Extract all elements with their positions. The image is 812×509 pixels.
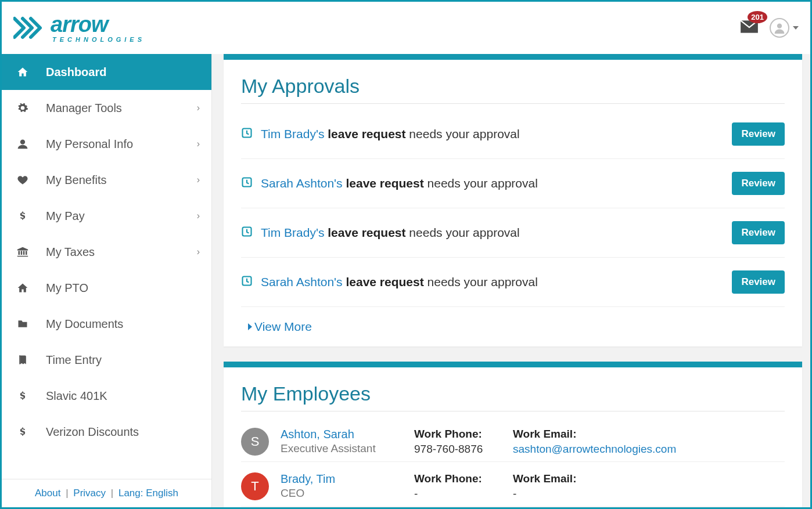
approval-person-link[interactable]: Sarah Ashton's — [261, 176, 343, 190]
sidebar-nav: DashboardManager Tools›My Personal Info›… — [2, 54, 211, 479]
sidebar-item-my-pay[interactable]: My Pay› — [2, 198, 211, 234]
sidebar-item-label: My Benefits — [46, 174, 181, 187]
user-icon — [17, 138, 30, 150]
app-header: arrow TECHNOLOGIES 201 — [2, 2, 810, 54]
sidebar-item-slavic-401k[interactable]: Slavic 401K — [2, 378, 211, 414]
home-icon — [17, 282, 30, 294]
sidebar-item-my-taxes[interactable]: My Taxes› — [2, 234, 211, 270]
approval-person-link[interactable]: Tim Brady's — [261, 226, 324, 239]
sidebar-item-manager-tools[interactable]: Manager Tools› — [2, 90, 211, 126]
sidebar-item-label: Time Entry — [46, 353, 200, 367]
arrow-logo-icon — [13, 15, 45, 41]
work-email-value: - — [513, 488, 785, 500]
approval-row: Sarah Ashton's leave request needs your … — [241, 258, 785, 307]
clock-icon — [241, 127, 253, 141]
view-more-label: View More — [254, 320, 312, 334]
svg-point-1 — [20, 140, 25, 145]
sidebar-item-label: My Pay — [46, 210, 181, 223]
work-email-label: Work Email: — [513, 428, 785, 441]
approval-person-link[interactable]: Tim Brady's — [261, 127, 324, 140]
chevron-right-icon: › — [197, 139, 200, 149]
book-icon — [17, 354, 30, 366]
sidebar-item-dashboard[interactable]: Dashboard — [2, 54, 211, 90]
chevron-right-icon: › — [197, 247, 200, 257]
work-phone-label: Work Phone: — [414, 428, 501, 441]
dollar-icon — [17, 426, 30, 438]
clock-icon — [241, 176, 253, 190]
approval-text: Tim Brady's leave request needs your app… — [261, 226, 724, 240]
chevron-right-icon: › — [197, 175, 200, 185]
gear-icon — [17, 102, 30, 114]
approval-person-link[interactable]: Sarah Ashton's — [261, 275, 343, 288]
heart-icon — [17, 174, 30, 186]
chevron-right-icon: › — [197, 103, 200, 113]
clock-icon — [241, 275, 253, 289]
review-button[interactable]: Review — [732, 172, 785, 195]
approvals-title: My Approvals — [241, 75, 785, 98]
main-content: My Approvals Tim Brady's leave request n… — [212, 54, 810, 507]
sidebar: DashboardManager Tools›My Personal Info›… — [2, 54, 212, 507]
sidebar-item-label: Manager Tools — [46, 102, 181, 115]
approval-row: Tim Brady's leave request needs your app… — [241, 110, 785, 159]
approval-row: Sarah Ashton's leave request needs your … — [241, 159, 785, 208]
employee-avatar: T — [241, 472, 269, 500]
employee-row: SAshton, SarahExecutive AssistantWork Ph… — [241, 417, 785, 462]
approval-text: Sarah Ashton's leave request needs your … — [261, 176, 724, 190]
work-phone-value: 978-760-8876 — [414, 443, 501, 456]
employee-name-link[interactable]: Brady, Tim — [281, 472, 403, 486]
work-email-value[interactable]: sashton@arrowtechnologies.com — [513, 443, 785, 456]
sidebar-item-verizon-discounts[interactable]: Verizon Discounts — [2, 414, 211, 450]
bank-icon — [17, 246, 30, 258]
sidebar-item-label: My PTO — [46, 281, 200, 295]
home-icon — [17, 66, 30, 78]
employee-row: TBrady, TimCEOWork Phone:-Work Email:- — [241, 462, 785, 507]
folder-icon — [17, 318, 30, 330]
caret-right-icon — [248, 323, 252, 330]
sidebar-item-time-entry[interactable]: Time Entry — [2, 342, 211, 378]
sidebar-item-my-personal-info[interactable]: My Personal Info› — [2, 126, 211, 162]
brand-text: arrow TECHNOLOGIES — [51, 13, 145, 43]
sidebar-item-label: Verizon Discounts — [46, 425, 200, 439]
sidebar-item-label: Dashboard — [46, 66, 200, 79]
employees-title: My Employees — [241, 382, 785, 405]
approval-text: Sarah Ashton's leave request needs your … — [261, 275, 724, 289]
avatar-icon — [770, 18, 789, 38]
approval-text: Tim Brady's leave request needs your app… — [261, 127, 724, 141]
sidebar-item-my-pto[interactable]: My PTO — [2, 270, 211, 306]
employee-name-link[interactable]: Ashton, Sarah — [281, 428, 403, 441]
approvals-card: My Approvals Tim Brady's leave request n… — [224, 54, 802, 346]
review-button[interactable]: Review — [732, 221, 785, 244]
divider — [241, 103, 785, 104]
work-email-label: Work Email: — [513, 472, 785, 485]
svg-rect-2 — [19, 356, 20, 364]
dollar-icon — [17, 210, 30, 222]
sidebar-item-label: Slavic 401K — [46, 389, 200, 403]
view-more-link[interactable]: View More — [241, 320, 312, 334]
sidebar-item-label: My Personal Info — [46, 138, 181, 151]
sidebar-item-label: My Documents — [46, 317, 200, 331]
footer-about-link[interactable]: About — [35, 488, 60, 499]
work-phone-value: - — [414, 488, 501, 500]
footer-privacy-link[interactable]: Privacy — [73, 488, 106, 499]
notification-count-badge: 201 — [748, 11, 767, 23]
approval-row: Tim Brady's leave request needs your app… — [241, 208, 785, 258]
footer-lang-link[interactable]: Lang: English — [118, 488, 178, 499]
sidebar-item-my-benefits[interactable]: My Benefits› — [2, 162, 211, 198]
sidebar-item-label: My Taxes — [46, 246, 181, 259]
employees-card: My Employees SAshton, SarahExecutive Ass… — [224, 362, 802, 507]
employee-job-title: Executive Assistant — [281, 442, 403, 455]
divider — [241, 411, 785, 411]
sidebar-item-my-documents[interactable]: My Documents — [2, 306, 211, 342]
review-button[interactable]: Review — [732, 270, 785, 294]
caret-down-icon — [793, 26, 799, 30]
employee-job-title: CEO — [281, 487, 403, 500]
dollar-icon — [17, 390, 30, 402]
employee-avatar: S — [241, 428, 269, 456]
work-phone-label: Work Phone: — [414, 472, 501, 485]
user-menu[interactable] — [770, 18, 799, 38]
notifications-button[interactable]: 201 — [739, 19, 759, 37]
clock-icon — [241, 226, 253, 240]
review-button[interactable]: Review — [732, 122, 785, 146]
brand-logo[interactable]: arrow TECHNOLOGIES — [13, 13, 145, 43]
sidebar-footer: About | Privacy | Lang: English — [2, 479, 211, 507]
